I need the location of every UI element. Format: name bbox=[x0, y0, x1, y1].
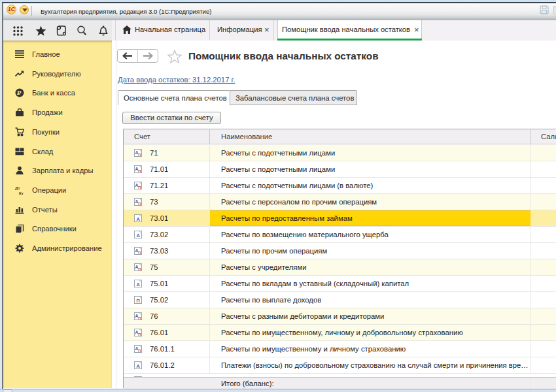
svg-text:П: П bbox=[138, 267, 141, 271]
svg-text:Кт: Кт bbox=[19, 190, 24, 195]
svg-text:П: П bbox=[138, 169, 141, 173]
svg-text:П: П bbox=[138, 186, 141, 189]
svg-text:А: А bbox=[136, 216, 140, 222]
svg-text:А: А bbox=[136, 282, 140, 287]
svg-text:П: П bbox=[138, 333, 141, 336]
svg-text:А: А bbox=[136, 233, 140, 238]
svg-text:П: П bbox=[136, 298, 139, 304]
svg-text:А: А bbox=[136, 363, 140, 369]
svg-text:П: П bbox=[138, 251, 141, 255]
svg-text:П: П bbox=[138, 316, 141, 320]
svg-text:П: П bbox=[138, 349, 141, 353]
svg-text:П: П bbox=[138, 153, 141, 157]
svg-text:P: P bbox=[18, 90, 22, 97]
svg-text:П: П bbox=[138, 202, 141, 206]
svg-text:Дт: Дт bbox=[15, 186, 20, 190]
